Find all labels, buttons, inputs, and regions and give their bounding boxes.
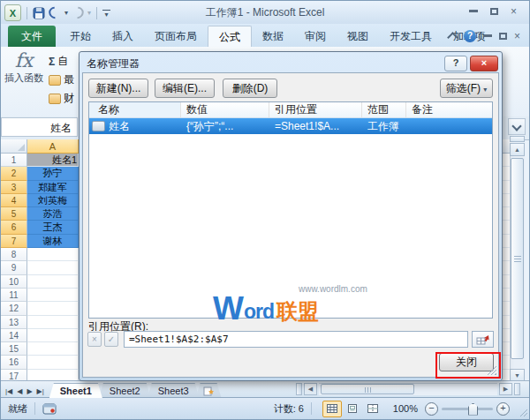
- collapse-ribbon-icon[interactable]: [447, 32, 458, 43]
- column-refers-to[interactable]: 引用位置: [269, 102, 362, 117]
- column-value[interactable]: 数值: [181, 102, 269, 117]
- row-header-3[interactable]: 3: [1, 181, 27, 194]
- dialog-help-icon[interactable]: ?: [444, 56, 467, 71]
- cell-A8[interactable]: [27, 248, 79, 261]
- recent-functions-button[interactable]: 最: [49, 71, 79, 89]
- ribbon-tab-视图[interactable]: 视图: [337, 26, 379, 47]
- cell-A12[interactable]: [27, 302, 79, 315]
- zoom-out-button[interactable]: −: [425, 402, 438, 416]
- ribbon-tab-数据[interactable]: 数据: [252, 26, 294, 47]
- tab-split-handle[interactable]: [296, 383, 302, 395]
- expand-formula-bar-button[interactable]: [508, 118, 526, 135]
- name-entry-row[interactable]: 姓名 {“孙宁”;“... =Sheet1!$A... 工作簿: [89, 118, 492, 134]
- row-header-5[interactable]: 5: [1, 207, 27, 221]
- row-header-13[interactable]: 13: [1, 316, 27, 329]
- ribbon-tab-开始[interactable]: 开始: [59, 26, 102, 47]
- cell-A11[interactable]: [27, 289, 79, 302]
- cell-A3[interactable]: 郑建军: [27, 181, 79, 194]
- ribbon-tab-页面布局[interactable]: 页面布局: [144, 26, 208, 47]
- cell-A4[interactable]: 刘英梅: [27, 194, 79, 207]
- restore-icon[interactable]: [490, 8, 498, 15]
- row-header-2[interactable]: 2: [1, 167, 27, 180]
- refers-to-input[interactable]: =Sheet1!$A$2:$A$7: [124, 331, 468, 348]
- hscroll-right-button[interactable]: ▶: [499, 383, 512, 395]
- horizontal-scrollbar-thumb[interactable]: [321, 384, 414, 394]
- insert-function-button[interactable]: fx 插入函数: [4, 50, 44, 85]
- redo-dropdown-caret-icon[interactable]: ▾: [87, 9, 91, 17]
- workbook-close-icon[interactable]: ×: [514, 30, 520, 42]
- save-icon[interactable]: [33, 7, 45, 19]
- hscroll-left-button[interactable]: ◀: [304, 383, 317, 395]
- zoom-slider[interactable]: [442, 408, 493, 410]
- macro-record-icon[interactable]: [42, 403, 57, 415]
- cell-A6[interactable]: 王杰: [27, 221, 79, 234]
- ribbon-tab-开发工具[interactable]: 开发工具: [379, 26, 443, 47]
- cell-A15[interactable]: [27, 342, 79, 356]
- undo-dropdown-caret-icon[interactable]: ▾: [64, 9, 68, 17]
- autosum-button[interactable]: Σ自: [49, 52, 79, 71]
- edit-name-button[interactable]: 编辑(E)...: [155, 79, 215, 98]
- vertical-scrollbar-thumb[interactable]: [511, 158, 524, 359]
- financial-functions-button[interactable]: 财: [49, 89, 79, 108]
- delete-name-button[interactable]: 删除(D): [223, 79, 277, 98]
- row-header-12[interactable]: 12: [1, 302, 27, 315]
- cell-A2[interactable]: 孙宁: [27, 167, 79, 180]
- name-box[interactable]: 姓名: [1, 117, 78, 137]
- row-header-15[interactable]: 15: [1, 342, 27, 356]
- ribbon-tab-公式[interactable]: 公式: [208, 26, 252, 47]
- zoom-in-button[interactable]: +: [496, 402, 510, 416]
- normal-view-button[interactable]: [322, 401, 342, 417]
- column-scope[interactable]: 范围: [362, 102, 406, 117]
- row-header-11[interactable]: 11: [1, 289, 27, 302]
- sheet-tab-Sheet3[interactable]: Sheet3: [148, 383, 200, 398]
- prev-sheet-icon[interactable]: ◀: [17, 387, 22, 395]
- row-header-8[interactable]: 8: [1, 248, 27, 261]
- cancel-edit-button[interactable]: ×: [87, 332, 102, 347]
- vertical-split-handle[interactable]: [510, 136, 525, 142]
- row-header-14[interactable]: 14: [1, 329, 27, 342]
- row-header-1[interactable]: 1: [1, 154, 27, 167]
- help-icon[interactable]: ?: [464, 30, 476, 42]
- column-name[interactable]: 名称: [89, 102, 181, 117]
- next-sheet-icon[interactable]: ▶: [26, 387, 32, 395]
- cell-A5[interactable]: 苏浩: [27, 207, 79, 221]
- ribbon-tab-插入[interactable]: 插入: [102, 26, 144, 47]
- minimize-icon[interactable]: [469, 10, 478, 12]
- select-all-corner[interactable]: [1, 139, 27, 154]
- cell-A9[interactable]: [27, 261, 79, 274]
- cell-A1[interactable]: 姓名1: [27, 154, 79, 167]
- insert-worksheet-tab[interactable]: [196, 383, 222, 398]
- undo-icon[interactable]: [46, 4, 63, 21]
- column-header-a[interactable]: A: [27, 139, 79, 154]
- filter-button[interactable]: 筛选(F) ▾: [440, 79, 493, 98]
- excel-logo-icon[interactable]: X: [4, 4, 21, 21]
- page-break-view-button[interactable]: [363, 401, 382, 417]
- sheet-tab-Sheet1[interactable]: Sheet1: [49, 383, 102, 398]
- collapse-dialog-button[interactable]: [472, 331, 494, 348]
- row-header-4[interactable]: 4: [1, 194, 27, 207]
- zoom-slider-thumb[interactable]: [468, 403, 478, 416]
- cell-A14[interactable]: [27, 329, 79, 342]
- scroll-up-button[interactable]: ▲: [510, 143, 525, 156]
- row-header-16[interactable]: 16: [1, 356, 27, 369]
- row-header-6[interactable]: 6: [1, 221, 27, 234]
- hscroll-split-handle[interactable]: [514, 383, 520, 395]
- cell-A13[interactable]: [27, 316, 79, 329]
- cell-A16[interactable]: [27, 356, 79, 369]
- row-header-9[interactable]: 9: [1, 261, 27, 274]
- cell-A7[interactable]: 谢林: [27, 235, 79, 248]
- last-sheet-icon[interactable]: ▶|: [37, 387, 44, 395]
- ribbon-tab-审阅[interactable]: 审阅: [294, 26, 337, 47]
- row-header-7[interactable]: 7: [1, 235, 27, 248]
- page-layout-view-button[interactable]: [343, 401, 362, 417]
- sheet-tab-Sheet2[interactable]: Sheet2: [99, 383, 151, 398]
- cell-A10[interactable]: [27, 275, 79, 289]
- close-icon[interactable]: ×: [511, 5, 517, 18]
- column-comment[interactable]: 备注: [406, 102, 492, 117]
- zoom-level[interactable]: 100%: [393, 403, 418, 414]
- first-sheet-icon[interactable]: |◀: [5, 387, 12, 395]
- commit-edit-button[interactable]: ✓: [104, 332, 118, 347]
- workbook-restore-icon[interactable]: [499, 33, 507, 40]
- workbook-minimize-icon[interactable]: [483, 34, 492, 37]
- dialog-close-icon[interactable]: ×: [470, 56, 498, 71]
